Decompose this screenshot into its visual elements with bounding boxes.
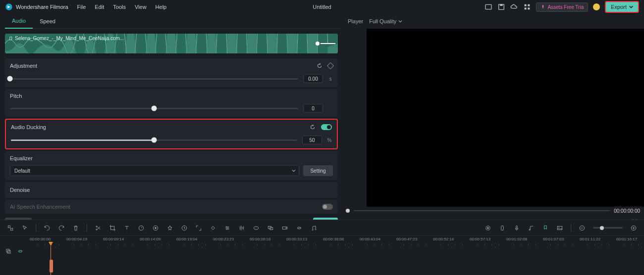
preview-area[interactable] — [367, 29, 644, 207]
chevron-down-icon — [398, 19, 402, 23]
scrub-bar[interactable]: 00:00:00:00 — [342, 207, 644, 215]
audio-mix-icon[interactable] — [238, 225, 245, 231]
svg-rect-26 — [501, 226, 504, 230]
export-button[interactable]: Export — [605, 1, 639, 13]
menu-help[interactable]: Help — [156, 4, 167, 10]
svg-rect-13 — [8, 226, 10, 228]
svg-rect-4 — [525, 4, 527, 6]
undo-icon[interactable] — [44, 225, 51, 231]
menu-bar: File Edit Tools View Help — [77, 4, 167, 10]
reset-icon[interactable] — [309, 124, 316, 131]
pitch-value[interactable]: 0 — [303, 104, 323, 113]
adjust-icon[interactable] — [224, 225, 231, 231]
svg-point-25 — [487, 227, 489, 229]
svg-point-30 — [559, 227, 559, 228]
ducking-toggle[interactable] — [321, 124, 332, 130]
equalizer-label: Equalizer — [10, 155, 33, 161]
zoom-slider[interactable] — [593, 227, 623, 229]
tab-speed[interactable]: Speed — [33, 14, 62, 29]
crop-icon[interactable] — [109, 225, 116, 231]
adjustment-unit: s — [328, 76, 333, 82]
expand-icon[interactable] — [195, 225, 202, 231]
svg-point-20 — [254, 227, 258, 229]
cursor-icon[interactable] — [21, 225, 28, 231]
audio-clip[interactable]: Selena_Gomez_-_My_Mind_Me_CeeNaija.com..… — [5, 34, 338, 53]
pitch-slider[interactable] — [10, 108, 298, 109]
cloud-icon[interactable] — [510, 3, 518, 11]
clip-handle[interactable] — [316, 42, 335, 46]
svg-point-17 — [155, 227, 157, 229]
ruler-tick: 00:00:38:08 — [323, 237, 344, 241]
menu-tools[interactable]: Tools — [113, 4, 126, 10]
timeline-tracks[interactable] — [0, 246, 644, 275]
export-label: Export — [611, 4, 627, 10]
mask-icon[interactable] — [253, 225, 260, 231]
delete-icon[interactable] — [72, 225, 79, 231]
diamond-icon — [540, 4, 545, 9]
keyframe-tl-icon[interactable] — [210, 225, 216, 231]
svg-point-28 — [529, 229, 530, 230]
ducking-value[interactable]: 50 — [302, 136, 322, 144]
menu-edit[interactable]: Edit — [95, 4, 104, 10]
save-icon[interactable] — [497, 3, 505, 11]
tab-audio[interactable]: Audio — [5, 14, 33, 29]
image-icon[interactable] — [556, 225, 563, 231]
svg-rect-29 — [557, 226, 562, 229]
music-tl-icon[interactable] — [310, 225, 317, 231]
ai-speech-toggle[interactable] — [322, 204, 333, 210]
group-icon[interactable] — [267, 225, 274, 231]
marker-tl-icon[interactable] — [542, 225, 549, 231]
menu-file[interactable]: File — [77, 4, 86, 10]
camera-icon[interactable] — [281, 225, 288, 231]
mic-icon[interactable] — [513, 225, 520, 231]
ducking-slider[interactable] — [11, 139, 297, 141]
clock-icon[interactable] — [181, 225, 188, 231]
apps-icon[interactable] — [523, 3, 531, 11]
ruler-tick: 00:00:57:13 — [470, 237, 490, 241]
color-icon[interactable] — [152, 225, 159, 231]
adjustment-slider[interactable] — [10, 78, 298, 80]
redo-icon[interactable] — [58, 225, 65, 231]
track-link-icon[interactable] — [17, 248, 24, 255]
menu-view[interactable]: View — [135, 4, 147, 10]
zoom-out-icon[interactable] — [579, 225, 586, 231]
equalizer-select[interactable]: Default — [10, 165, 299, 176]
ruler-tick: 00:00:43:04 — [360, 237, 380, 241]
ducking-label: Audio Ducking — [11, 124, 46, 130]
svg-rect-3 — [500, 4, 503, 6]
reset-icon[interactable] — [316, 62, 323, 69]
text-icon[interactable] — [123, 225, 130, 231]
effects-icon[interactable] — [166, 225, 173, 231]
titlebar: Wondershare Filmora File Edit Tools View… — [0, 0, 644, 14]
link-icon[interactable] — [296, 225, 303, 231]
speed-icon[interactable] — [138, 225, 145, 231]
svg-rect-34 — [7, 250, 10, 253]
scrub-thumb[interactable] — [346, 209, 350, 213]
coin-icon[interactable] — [593, 3, 600, 10]
equalizer-setting-button[interactable]: Setting — [303, 165, 333, 176]
split-icon[interactable] — [95, 225, 102, 231]
track-copy-icon[interactable] — [5, 248, 12, 255]
zoom-in-icon[interactable] — [630, 225, 637, 231]
adjustment-value[interactable]: 0.00 — [303, 74, 323, 83]
layout-icon[interactable] — [484, 3, 492, 11]
ruler-tick: 00:01:11:22 — [580, 237, 600, 241]
ruler-tick: 00:00:04:19 — [66, 237, 87, 241]
select-icon[interactable] — [7, 225, 14, 231]
denoise-section[interactable]: Denoise — [5, 182, 338, 198]
timeline-toolbar — [0, 220, 644, 236]
ruler-tick: 00:00:52:18 — [433, 237, 454, 241]
quality-select[interactable]: Full Quality — [369, 18, 402, 24]
audio-tl-icon[interactable] — [528, 225, 535, 231]
timeline-ruler[interactable]: 00:00:00:0000:00:04:1900:00:09:1400:00:1… — [0, 236, 644, 246]
titlebar-right: Assets Free Tria Export — [484, 1, 639, 13]
assets-button[interactable]: Assets Free Tria — [536, 2, 588, 12]
mouse-icon[interactable] — [499, 225, 506, 231]
timeline-clip[interactable] — [50, 260, 53, 273]
chevron-down-icon — [292, 169, 296, 173]
ducking-unit: % — [327, 138, 332, 143]
record-icon[interactable] — [484, 225, 491, 231]
properties-panel: Audio Speed Selena_Gomez_-_My_Mind_Me_Ce… — [0, 14, 342, 229]
equalizer-section: Equalizer Default Setting — [5, 151, 338, 180]
keyframe-icon[interactable] — [327, 62, 334, 69]
